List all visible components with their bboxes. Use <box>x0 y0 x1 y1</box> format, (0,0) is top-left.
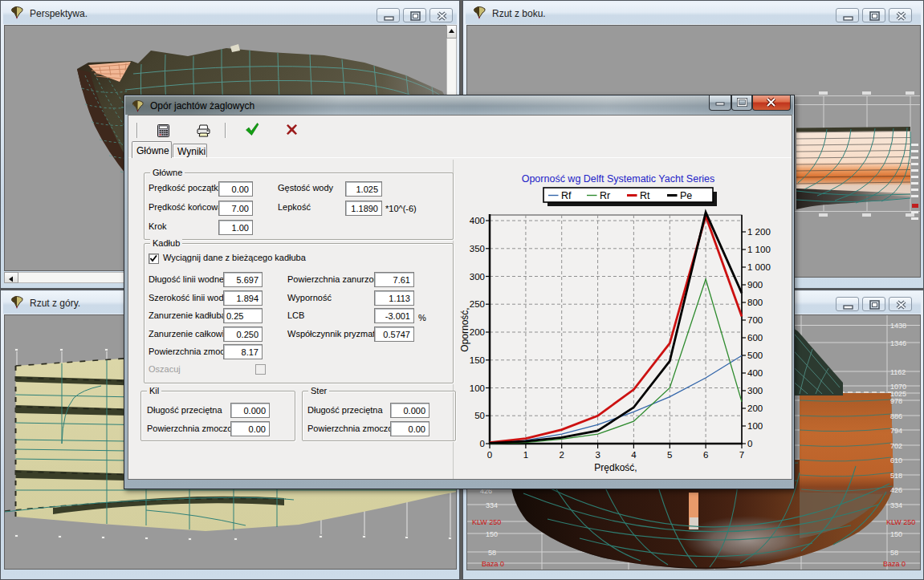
svg-text:100: 100 <box>747 421 763 431</box>
svg-text:702: 702 <box>890 442 902 450</box>
svg-text:5: 5 <box>667 450 672 460</box>
svg-text:6: 6 <box>703 450 708 460</box>
svg-text:900: 900 <box>747 280 763 290</box>
svg-text:610: 610 <box>890 456 902 464</box>
svg-text:Rt: Rt <box>640 190 650 201</box>
svg-text:Baza 0: Baza 0 <box>482 560 504 568</box>
svg-text:200: 200 <box>470 327 485 337</box>
svg-text:150: 150 <box>486 530 498 538</box>
svg-text:Rr: Rr <box>600 190 610 201</box>
svg-text:978: 978 <box>890 397 902 405</box>
svg-text:58: 58 <box>488 549 496 557</box>
svg-text:518: 518 <box>890 472 902 480</box>
svg-text:Oporność wg Delft Systematic Y: Oporność wg Delft Systematic Yacht Serie… <box>522 173 715 185</box>
svg-text:58: 58 <box>890 549 898 557</box>
svg-text:1 200: 1 200 <box>747 227 771 237</box>
svg-text:300: 300 <box>470 272 485 282</box>
svg-text:KLW 250: KLW 250 <box>886 518 915 526</box>
svg-text:250: 250 <box>470 299 485 309</box>
svg-text:0: 0 <box>487 450 492 460</box>
svg-text:50: 50 <box>474 411 485 420</box>
svg-text:2: 2 <box>559 450 564 460</box>
svg-text:1 100: 1 100 <box>747 245 771 254</box>
svg-text:150: 150 <box>470 355 485 365</box>
svg-text:334: 334 <box>486 501 498 509</box>
svg-text:1 000: 1 000 <box>747 262 771 272</box>
svg-text:Rf: Rf <box>561 190 572 201</box>
svg-text:1346: 1346 <box>890 339 906 347</box>
svg-text:700: 700 <box>747 315 763 325</box>
svg-text:200: 200 <box>747 404 763 413</box>
svg-text:Prędkość,: Prędkość, <box>594 462 637 473</box>
svg-text:7: 7 <box>739 450 744 460</box>
svg-text:3: 3 <box>595 450 600 460</box>
svg-text:1: 1 <box>523 450 528 460</box>
svg-text:Oporność,: Oporność, <box>459 307 470 351</box>
svg-text:0: 0 <box>480 439 485 448</box>
svg-text:350: 350 <box>470 244 485 253</box>
svg-text:150: 150 <box>890 530 902 538</box>
svg-text:300: 300 <box>747 386 763 395</box>
svg-text:794: 794 <box>890 427 902 435</box>
svg-text:4: 4 <box>631 450 637 460</box>
svg-text:1438: 1438 <box>890 322 906 330</box>
svg-text:600: 600 <box>747 333 763 343</box>
svg-text:400: 400 <box>470 216 485 225</box>
svg-text:KLW 250: KLW 250 <box>472 518 501 526</box>
svg-text:886: 886 <box>890 412 902 420</box>
svg-text:0: 0 <box>747 439 752 448</box>
svg-text:Pe: Pe <box>680 190 692 201</box>
svg-text:400: 400 <box>747 368 763 378</box>
svg-text:1162: 1162 <box>890 368 906 376</box>
svg-text:426: 426 <box>890 486 902 494</box>
svg-text:334: 334 <box>890 501 902 509</box>
svg-text:Baza 0: Baza 0 <box>883 560 906 568</box>
svg-text:500: 500 <box>747 351 763 360</box>
svg-text:100: 100 <box>470 383 485 393</box>
svg-text:800: 800 <box>747 298 763 307</box>
